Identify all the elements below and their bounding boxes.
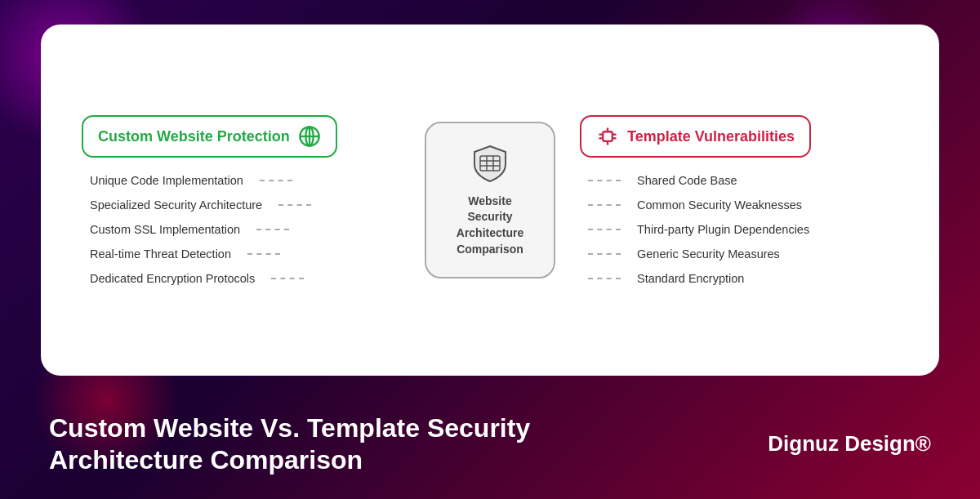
security-shield-icon [470,143,510,184]
template-vulnerabilities-badge: Template Vulnerabilities [580,115,811,158]
list-item: Dedicated Encryption Protocols [90,272,311,285]
center-box: Website Security Architecture Comparison [425,122,555,278]
list-item: Real-time Threat Detection [90,247,311,261]
bug-icon [596,125,619,148]
bottom-section: Custom Website Vs. Template Security Arc… [0,389,980,499]
list-item: Unique Code Implementation [90,174,311,187]
badge-label-custom: Custom Website Protection [98,128,290,145]
custom-protection-badge: Custom Website Protection [82,115,337,158]
right-section: Template Vulnerabilities Shared Code Bas… [580,115,898,285]
list-item: Third-party Plugin Dependencies [588,223,809,236]
left-section: Custom Website Protection Unique Code Im… [82,115,400,285]
brand-name: Dignuz Design® [768,431,931,457]
right-items-list: Shared Code Base Common Security Weaknes… [580,174,809,285]
list-item: Shared Code Base [588,174,809,187]
center-label: Website Security Architecture Comparison [457,194,523,257]
main-card: Custom Website Protection Unique Code Im… [41,25,939,376]
page-title: Custom Website Vs. Template Security Arc… [49,412,530,475]
svg-rect-9 [603,131,612,141]
badge-label-template: Template Vulnerabilities [627,128,795,145]
list-item: Specialized Security Architecture [90,198,311,212]
center-section: Website Security Architecture Comparison [416,122,564,278]
list-item: Generic Security Measures [588,247,809,261]
left-items-list: Unique Code Implementation Specialized S… [82,174,311,285]
list-item: Common Security Weaknesses [588,198,809,212]
globe-icon [298,125,321,148]
list-item: Standard Encryption [588,272,809,285]
list-item: Custom SSL Implementation [90,223,311,236]
